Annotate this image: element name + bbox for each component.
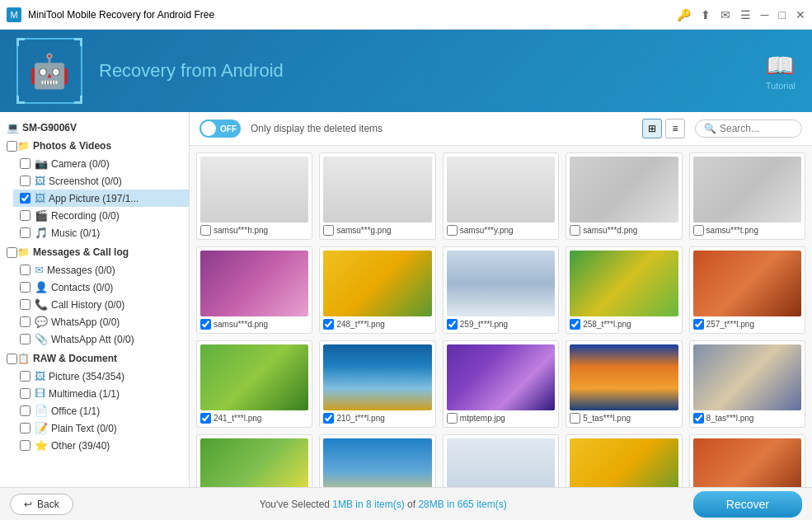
recover-button[interactable]: Recover <box>693 491 802 518</box>
image-checkbox[interactable] <box>323 413 334 424</box>
sidebar-item-whatsapp[interactable]: 💬 WhatsApp (0/0) <box>13 313 189 330</box>
upload-icon[interactable]: ⬆ <box>701 8 711 21</box>
sidebar-item-office[interactable]: 📄 Office (1/1) <box>13 402 189 419</box>
image-thumbnail[interactable] <box>693 344 801 410</box>
maximize-icon[interactable]: □ <box>779 8 786 21</box>
other-checkbox[interactable] <box>20 440 31 451</box>
image-thumbnail[interactable] <box>570 438 678 487</box>
image-checkbox[interactable] <box>200 413 211 424</box>
sidebar-item-other[interactable]: ⭐ Other (39/40) <box>13 437 189 454</box>
sidebar-messages-header[interactable]: 📁 Messages & Call log <box>0 243 189 261</box>
image-checkbox[interactable] <box>200 225 211 236</box>
image-checkbox[interactable] <box>570 225 580 236</box>
tutorial-button[interactable]: 📖 Tutorial <box>766 52 796 91</box>
sidebar-item-app-picture[interactable]: 🖼 App Picture (197/1... <box>13 190 189 207</box>
image-checkbox[interactable] <box>447 225 458 236</box>
music-checkbox[interactable] <box>20 227 31 238</box>
image-checkbox[interactable] <box>570 319 580 330</box>
sidebar-item-contacts[interactable]: 👤 Contacts (0/0) <box>13 279 189 296</box>
image-label: samsu***g.png <box>323 225 431 236</box>
image-thumbnail[interactable] <box>200 157 308 223</box>
office-checkbox[interactable] <box>20 405 31 416</box>
image-checkbox[interactable] <box>200 319 211 330</box>
camera-checkbox[interactable] <box>20 158 31 169</box>
whatsapp-att-checkbox[interactable] <box>20 334 31 344</box>
sidebar-item-camera[interactable]: 📷 Camera (0/0) <box>13 155 189 172</box>
sidebar-item-whatsapp-att[interactable]: 📎 WhatsApp Att (0/0) <box>13 330 189 348</box>
sidebar-item-plain-text[interactable]: 📝 Plain Text (0/0) <box>13 419 189 437</box>
image-checkbox[interactable] <box>693 319 704 330</box>
image-thumbnail[interactable] <box>447 251 555 316</box>
image-thumbnail[interactable] <box>447 438 555 487</box>
image-thumbnail[interactable] <box>693 438 801 487</box>
app-picture-checkbox[interactable] <box>20 193 31 204</box>
image-thumbnail[interactable] <box>323 344 431 410</box>
image-checkbox[interactable] <box>323 225 334 236</box>
sidebar-item-picture[interactable]: 🖼 Picture (354/354) <box>13 368 189 385</box>
image-thumbnail[interactable] <box>323 438 431 487</box>
messages-section-checkbox[interactable] <box>7 247 17 258</box>
sidebar-photos-header[interactable]: 📁 Photos & Videos <box>0 137 189 155</box>
image-thumbnail[interactable] <box>200 438 308 487</box>
messages-checkbox[interactable] <box>20 265 31 275</box>
picture-checkbox[interactable] <box>20 371 31 382</box>
image-label: 210_t***l.png <box>323 413 431 424</box>
image-thumbnail[interactable] <box>693 251 801 316</box>
sidebar-item-music[interactable]: 🎵 Music (0/1) <box>13 224 189 241</box>
image-thumbnail[interactable] <box>570 251 678 316</box>
back-label: Back <box>37 499 59 510</box>
photos-checkbox[interactable] <box>7 141 17 152</box>
sidebar-item-screenshot[interactable]: 🖼 Screenshot (0/0) <box>13 172 189 190</box>
photos-children: 📷 Camera (0/0) 🖼 Screenshot (0/0) 🖼 App … <box>0 155 189 241</box>
attachment-icon: 📎 <box>35 333 48 345</box>
image-thumbnail[interactable] <box>323 251 431 316</box>
image-checkbox[interactable] <box>323 319 334 330</box>
close-icon[interactable]: ✕ <box>796 8 805 21</box>
recording-checkbox[interactable] <box>20 210 31 221</box>
sidebar-item-call-history[interactable]: 📞 Call History (0/0) <box>13 296 189 313</box>
minimize-icon[interactable]: ─ <box>761 8 769 21</box>
image-thumbnail[interactable] <box>447 344 555 410</box>
corner-tl <box>16 38 25 46</box>
image-cell <box>689 434 805 487</box>
call-history-checkbox[interactable] <box>20 299 31 310</box>
sidebar-item-messages[interactable]: ✉ Messages (0/0) <box>13 261 189 279</box>
image-thumbnail[interactable] <box>200 344 308 410</box>
titlebar: M MiniTool Mobile Recovery for Android F… <box>0 0 812 30</box>
image-filename: samsu***y.png <box>460 226 514 235</box>
image-filename: 8_tas***l.png <box>706 414 754 423</box>
search-box[interactable]: 🔍 <box>695 119 802 138</box>
image-thumbnail[interactable] <box>693 157 801 223</box>
back-button[interactable]: ↩ Back <box>10 494 73 515</box>
plain-text-checkbox[interactable] <box>20 423 31 433</box>
whatsapp-checkbox[interactable] <box>20 316 31 327</box>
key-icon[interactable]: 🔑 <box>677 8 691 21</box>
sidebar-item-recording[interactable]: 🎬 Recording (0/0) <box>13 207 189 224</box>
grid-icon: ⊞ <box>648 123 656 134</box>
image-cell: samsu***d.png <box>196 246 312 334</box>
menu-icon[interactable]: ☰ <box>740 8 751 21</box>
image-thumbnail[interactable] <box>570 344 678 410</box>
sidebar-item-multimedia[interactable]: 🎞 Multimedia (1/1) <box>13 385 189 402</box>
image-checkbox[interactable] <box>447 319 458 330</box>
display-toggle[interactable]: OFF <box>199 119 241 138</box>
contacts-checkbox[interactable] <box>20 282 31 293</box>
email-icon[interactable]: ✉ <box>720 8 730 21</box>
search-input[interactable] <box>720 123 794 134</box>
sidebar-raw-header[interactable]: 📋 RAW & Document <box>0 349 189 368</box>
image-thumbnail[interactable] <box>570 157 678 223</box>
image-thumbnail[interactable] <box>447 157 555 223</box>
grid-view-button[interactable]: ⊞ <box>642 119 662 138</box>
image-checkbox[interactable] <box>447 413 458 424</box>
raw-section-checkbox[interactable] <box>7 354 17 364</box>
image-checkbox[interactable] <box>693 413 704 424</box>
list-view-button[interactable]: ≡ <box>665 119 685 138</box>
image-thumbnail[interactable] <box>323 157 431 223</box>
screenshot-checkbox[interactable] <box>20 176 31 186</box>
image-thumbnail[interactable] <box>200 251 308 316</box>
multimedia-checkbox[interactable] <box>20 388 31 399</box>
image-checkbox[interactable] <box>570 413 580 424</box>
image-checkbox[interactable] <box>693 225 704 236</box>
image-cell: 257_t***l.png <box>689 246 805 334</box>
titlebar-left: M MiniTool Mobile Recovery for Android F… <box>7 7 214 22</box>
